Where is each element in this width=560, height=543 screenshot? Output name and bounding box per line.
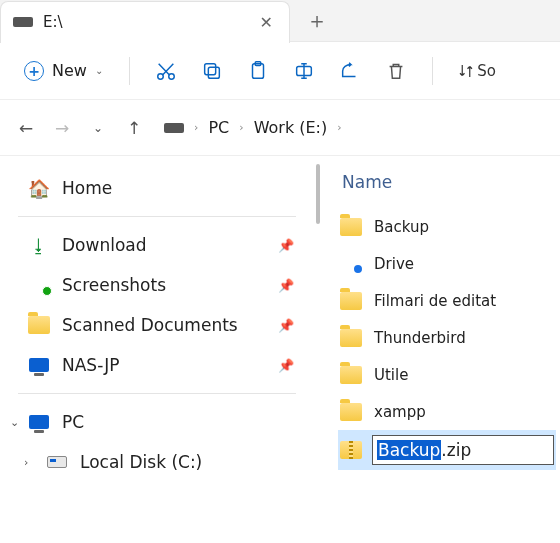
- sidebar-label: Home: [62, 178, 300, 198]
- file-name: Filmari de editat: [374, 292, 496, 310]
- sidebar-local-disk[interactable]: › Local Disk (C:): [6, 442, 308, 482]
- pin-icon: 📌: [278, 358, 300, 373]
- svg-point-0: [158, 73, 164, 79]
- file-row[interactable]: Utile: [338, 356, 556, 393]
- sidebar-label: NAS-JP: [62, 355, 266, 375]
- trash-icon: [385, 60, 407, 82]
- sidebar-label: Download: [62, 235, 266, 255]
- file-name: Backup: [374, 218, 429, 236]
- forward-button[interactable]: →: [46, 112, 78, 144]
- sidebar-pc[interactable]: ⌄ PC: [6, 402, 308, 442]
- sort-icon: [457, 62, 475, 80]
- folder-icon: [340, 218, 362, 236]
- file-name: xampp: [374, 403, 426, 421]
- share-icon: [339, 60, 361, 82]
- separator: [432, 57, 433, 85]
- file-row[interactable]: Backup: [338, 208, 556, 245]
- pin-icon: 📌: [278, 278, 300, 293]
- separator: [18, 216, 296, 217]
- sidebar-label: PC: [62, 412, 300, 432]
- sidebar-label: Screenshots: [62, 275, 266, 295]
- clipboard-icon: [247, 60, 269, 82]
- tab-active[interactable]: E:\ ✕: [0, 1, 290, 43]
- chevron-right-icon[interactable]: ›: [24, 456, 28, 469]
- paste-button[interactable]: [238, 51, 278, 91]
- delete-button[interactable]: [376, 51, 416, 91]
- tab-strip: E:\ ✕ ＋: [0, 0, 560, 42]
- share-button[interactable]: [330, 51, 370, 91]
- new-label: New: [52, 61, 87, 80]
- splitter[interactable]: [314, 156, 320, 543]
- chevron-right-icon: ›: [239, 121, 243, 134]
- new-button[interactable]: + New ⌄: [14, 55, 113, 87]
- folder-icon: [28, 316, 50, 334]
- home-icon: 🏠: [28, 178, 50, 199]
- chevron-down-icon[interactable]: ⌄: [10, 416, 19, 429]
- back-button[interactable]: ←: [10, 112, 42, 144]
- file-row[interactable]: Thunderbird: [338, 319, 556, 356]
- chevron-down-icon: ⌄: [95, 65, 103, 76]
- separator: [129, 57, 130, 85]
- drive-icon: [164, 123, 184, 133]
- new-tab-button[interactable]: ＋: [290, 6, 344, 36]
- content: 🏠 Home ⭳ Download 📌 Screenshots 📌 Scanne…: [0, 156, 560, 543]
- sidebar-label: Scanned Documents: [62, 315, 266, 335]
- chevron-right-icon: ›: [337, 121, 341, 134]
- sidebar-item-scanned[interactable]: Scanned Documents 📌: [6, 305, 308, 345]
- address-bar[interactable]: › PC › Work (E:) ›: [164, 118, 342, 137]
- file-row[interactable]: xampp: [338, 393, 556, 430]
- file-pane: Name Backup Drive Filmari de editat Thun…: [320, 156, 560, 543]
- up-button[interactable]: ↑: [118, 112, 150, 144]
- sort-label: So: [477, 62, 496, 80]
- separator: [18, 393, 296, 394]
- drive-icon: [340, 255, 362, 273]
- copy-button[interactable]: [192, 51, 232, 91]
- recent-dropdown[interactable]: ⌄: [82, 112, 114, 144]
- file-name: Thunderbird: [374, 329, 466, 347]
- crumb-drive[interactable]: Work (E:): [254, 118, 328, 137]
- sidebar-item-screenshots[interactable]: Screenshots 📌: [6, 265, 308, 305]
- monitor-icon: [28, 358, 50, 372]
- column-header-name[interactable]: Name: [338, 164, 556, 208]
- folder-icon: [340, 292, 362, 310]
- pin-icon: 📌: [278, 238, 300, 253]
- monitor-icon: [28, 415, 50, 429]
- disk-icon: [46, 456, 68, 468]
- crumb-pc[interactable]: PC: [208, 118, 229, 137]
- rename-input[interactable]: Backup.zip: [372, 435, 554, 465]
- tab-title: E:\: [43, 13, 246, 31]
- zip-icon: [340, 441, 362, 459]
- svg-rect-2: [209, 67, 220, 78]
- rename-extension: .zip: [441, 440, 471, 460]
- sidebar: 🏠 Home ⭳ Download 📌 Screenshots 📌 Scanne…: [0, 156, 314, 543]
- folder-icon: [340, 403, 362, 421]
- download-icon: ⭳: [28, 235, 50, 256]
- scissors-icon: [155, 60, 177, 82]
- cut-button[interactable]: [146, 51, 186, 91]
- nav-row: ← → ⌄ ↑ › PC › Work (E:) ›: [0, 100, 560, 156]
- rename-button[interactable]: [284, 51, 324, 91]
- sidebar-item-download[interactable]: ⭳ Download 📌: [6, 225, 308, 265]
- plus-circle-icon: +: [24, 61, 44, 81]
- rename-selection: Backup: [377, 440, 441, 460]
- file-row[interactable]: Drive: [338, 245, 556, 282]
- file-row-renaming[interactable]: Backup.zip: [338, 430, 556, 470]
- chevron-right-icon: ›: [194, 121, 198, 134]
- folder-badge-icon: [28, 276, 50, 294]
- rename-icon: [293, 60, 315, 82]
- pin-icon: 📌: [278, 318, 300, 333]
- file-row[interactable]: Filmari de editat: [338, 282, 556, 319]
- svg-point-1: [169, 73, 175, 79]
- toolbar: + New ⌄ So: [0, 42, 560, 100]
- file-name: Utile: [374, 366, 408, 384]
- drive-icon: [13, 17, 33, 27]
- svg-rect-3: [205, 63, 216, 74]
- sort-button[interactable]: So: [449, 62, 496, 80]
- close-icon[interactable]: ✕: [256, 9, 277, 36]
- file-name: Drive: [374, 255, 414, 273]
- sidebar-item-nas[interactable]: NAS-JP 📌: [6, 345, 308, 385]
- sidebar-home[interactable]: 🏠 Home: [6, 168, 308, 208]
- folder-icon: [340, 366, 362, 384]
- folder-icon: [340, 329, 362, 347]
- sidebar-label: Local Disk (C:): [80, 452, 300, 472]
